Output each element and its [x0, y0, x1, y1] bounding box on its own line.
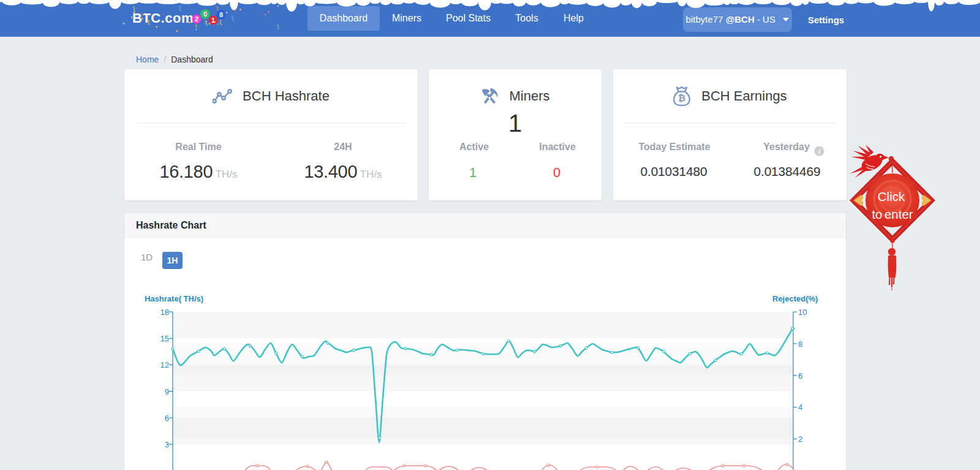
svg-text:8: 8 — [798, 339, 802, 349]
svg-text:15: 15 — [160, 334, 169, 343]
svg-text:2: 2 — [798, 434, 802, 444]
svg-text:Hashrate( TH/s): Hashrate( TH/s) — [145, 294, 203, 303]
svg-text:Click: Click — [878, 189, 905, 203]
svg-text:6: 6 — [165, 414, 169, 423]
svg-text:12: 12 — [160, 360, 169, 370]
svg-text:18: 18 — [160, 308, 169, 317]
svg-text:10: 10 — [798, 308, 807, 317]
svg-text:6: 6 — [798, 371, 802, 381]
svg-text:Rejected(%): Rejected(%) — [772, 294, 818, 303]
svg-text:9: 9 — [165, 387, 169, 396]
svg-text:₿: ₿ — [678, 93, 685, 103]
svg-text:3: 3 — [165, 440, 169, 449]
svg-text:to enter: to enter — [872, 207, 913, 221]
svg-text:4: 4 — [798, 403, 802, 412]
